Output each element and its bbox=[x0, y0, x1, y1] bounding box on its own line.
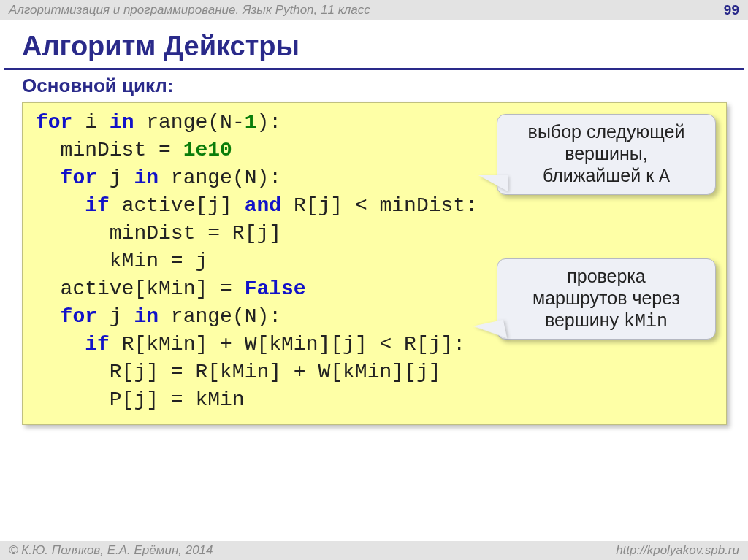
code-kw: if bbox=[85, 194, 110, 217]
page-number: 99 bbox=[724, 2, 739, 18]
code-text: P[j] = kMin bbox=[36, 388, 245, 411]
callout-line: вершину kMin bbox=[508, 309, 705, 333]
code-kw: if bbox=[85, 333, 110, 356]
callout-select-vertex: выбор следующей вершины, ближайшей к A bbox=[497, 114, 716, 195]
code-kw: False bbox=[245, 277, 306, 300]
code-lit: 1e10 bbox=[183, 139, 232, 161]
footer-url: http://kpolyakov.spb.ru bbox=[616, 543, 739, 558]
code-lit: 1 bbox=[245, 111, 257, 134]
slide-title: Алгоритм Дейкстры bbox=[0, 20, 748, 68]
title-rule bbox=[4, 68, 744, 70]
callout-pointer-icon bbox=[478, 175, 508, 191]
code-text: range(N): bbox=[159, 305, 281, 328]
code-text: range(N- bbox=[134, 111, 244, 134]
code-text: minDist = R[j] bbox=[36, 222, 281, 245]
callout-line: вершины, bbox=[508, 142, 705, 164]
copyright: © К.Ю. Поляков, Е.А. Ерёмин, 2014 bbox=[9, 543, 213, 558]
code-text: i bbox=[72, 111, 109, 134]
slide-subtitle: Основной цикл: bbox=[0, 73, 748, 101]
code-text: active[kMin] = bbox=[36, 277, 245, 300]
callout-line: ближайшей к A bbox=[508, 164, 705, 188]
code-text: j bbox=[97, 305, 134, 328]
code-text bbox=[36, 333, 85, 356]
code-text bbox=[36, 194, 85, 217]
code-text bbox=[36, 305, 61, 328]
code-text bbox=[36, 166, 61, 189]
callout-line: выбор следующей bbox=[508, 120, 705, 142]
code-kw: for bbox=[61, 305, 97, 328]
code-text: R[j] = R[kMin] + W[kMin][j] bbox=[36, 361, 441, 383]
code-text: R[j] < minDist: bbox=[281, 194, 478, 217]
code-kw: for bbox=[61, 166, 97, 189]
code-kw: and bbox=[245, 194, 281, 217]
code-text: kMin = j bbox=[36, 250, 207, 272]
code-text: R[kMin] + W[kMin][j] < R[j]: bbox=[110, 333, 465, 356]
code-kw: in bbox=[110, 111, 134, 134]
code-kw: for bbox=[36, 111, 72, 134]
course-title: Алгоритмизация и программирование. Язык … bbox=[9, 3, 370, 18]
code-kw: in bbox=[134, 305, 159, 328]
callout-line: проверка bbox=[508, 265, 705, 287]
code-text: minDist = bbox=[36, 139, 183, 161]
callout-line: маршрутов через bbox=[508, 287, 705, 309]
code-text: j bbox=[97, 166, 134, 189]
code-text: range(N): bbox=[159, 166, 281, 189]
header-bar: Алгоритмизация и программирование. Язык … bbox=[0, 0, 748, 20]
footer-bar: © К.Ю. Поляков, Е.А. Ерёмин, 2014 http:/… bbox=[0, 541, 748, 560]
code-kw: in bbox=[134, 166, 159, 189]
callout-check-routes: проверка маршрутов через вершину kMin bbox=[497, 258, 716, 340]
code-text: ): bbox=[257, 111, 282, 134]
code-text: active[j] bbox=[110, 194, 245, 217]
